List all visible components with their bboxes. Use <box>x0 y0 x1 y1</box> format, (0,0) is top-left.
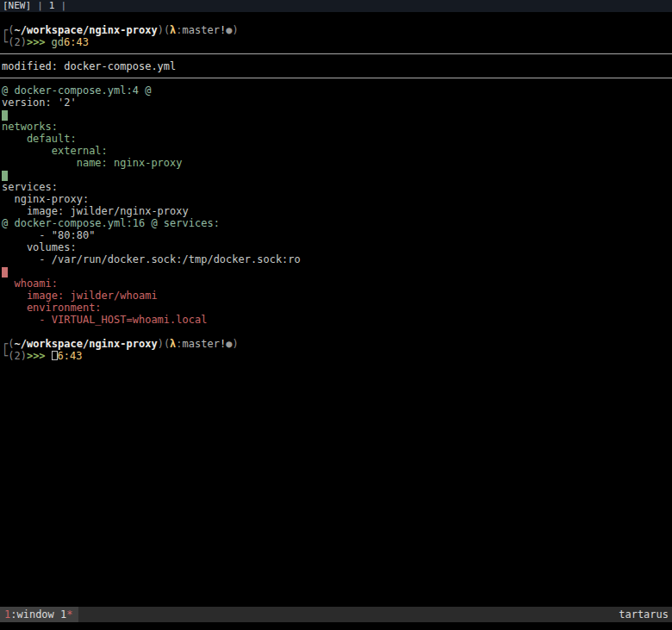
git-dirty-flag: ! <box>220 338 226 350</box>
prompt-line-path-2: ┌(~/workspace/nginx-proxy)(λ:master!●) <box>0 338 672 350</box>
lambda-symbol: λ <box>170 338 176 350</box>
diff-line <box>0 48 672 60</box>
diff-line: image: jwilder/nginx-proxy <box>0 205 672 217</box>
diff-line <box>0 72 672 84</box>
prompt-arrows: >>> <box>27 350 46 362</box>
terminal-content[interactable]: ┌(~/workspace/nginx-proxy)(λ:master!●) └… <box>0 12 672 362</box>
diff-line: modified: docker-compose.yml <box>0 60 672 72</box>
typed-command: gd <box>52 36 64 48</box>
diff-output: modified: docker-compose.yml@ docker-com… <box>0 48 672 338</box>
git-status-dot-icon: ● <box>226 24 232 36</box>
tmux-status-bar: 1:window 1* tartarus <box>0 607 672 622</box>
diff-line: name: nginx-proxy <box>0 157 672 169</box>
diff-line: - VIRTUAL_HOST=whoami.local <box>0 314 672 326</box>
diff-line: services: <box>0 181 672 193</box>
cwd-path: ~/workspace/nginx-proxy <box>14 24 157 36</box>
tmux-hostname: tartarus <box>619 607 672 622</box>
window-name: window 1 <box>16 608 66 621</box>
terminal-cursor <box>52 351 58 360</box>
diff-line: - "80:80" <box>0 229 672 241</box>
prompt-time: 6:43 <box>58 350 83 362</box>
tab-new[interactable]: [NEW] <box>3 0 31 12</box>
diff-line: networks: <box>0 121 672 133</box>
diff-line: nginx-proxy: <box>0 193 672 205</box>
diff-line: default: <box>0 133 672 145</box>
diff-line <box>0 265 672 278</box>
prompt-corner-bottom: └ <box>2 350 8 362</box>
git-branch: master <box>183 338 220 350</box>
diff-line <box>0 109 672 121</box>
diff-line: external: <box>0 145 672 157</box>
prompt-line-input-2[interactable]: └(2)>>>6:43 <box>0 350 672 362</box>
tab-separator: | <box>60 0 66 12</box>
shell-number: (2) <box>8 36 27 48</box>
git-branch: master <box>183 24 220 36</box>
blank-line <box>0 12 672 24</box>
diff-line: environment: <box>0 302 672 314</box>
tmux-window-item[interactable]: 1:window 1* <box>0 607 78 622</box>
diff-line: - /var/run/docker.sock:/tmp/docker.sock:… <box>0 253 672 265</box>
tab-1[interactable]: 1 <box>49 0 55 12</box>
diff-line: volumes: <box>0 241 672 253</box>
tab-separator: | <box>37 0 43 12</box>
prompt-corner-top: ┌ <box>2 338 8 350</box>
prompt-arrows: >>> <box>27 36 46 48</box>
prompt-line-input-1: └(2)>>>gd6:43 <box>0 36 672 48</box>
lambda-symbol: λ <box>170 24 176 36</box>
diff-line: whoami: <box>0 278 672 290</box>
prompt-corner-top: ┌ <box>2 24 8 36</box>
cwd-path: ~/workspace/nginx-proxy <box>14 338 157 350</box>
diff-line: version: '2' <box>0 97 672 109</box>
diff-line: @ docker-compose.yml:4 @ <box>0 84 672 97</box>
diff-line <box>0 169 672 181</box>
prompt-line-path-1: ┌(~/workspace/nginx-proxy)(λ:master!●) <box>0 24 672 36</box>
git-dirty-flag: ! <box>220 24 226 36</box>
diff-line: image: jwilder/whoami <box>0 290 672 302</box>
prompt-corner-bottom: └ <box>2 36 8 48</box>
diff-line <box>0 326 672 338</box>
prompt-time: 6:43 <box>64 36 89 48</box>
git-status-dot-icon: ● <box>226 338 232 350</box>
shell-number: (2) <box>8 350 27 362</box>
diff-line: @ docker-compose.yml:16 @ services: <box>0 217 672 229</box>
tab-bar: [NEW] | 1 | <box>0 0 672 12</box>
window-active-flag: * <box>66 608 72 621</box>
